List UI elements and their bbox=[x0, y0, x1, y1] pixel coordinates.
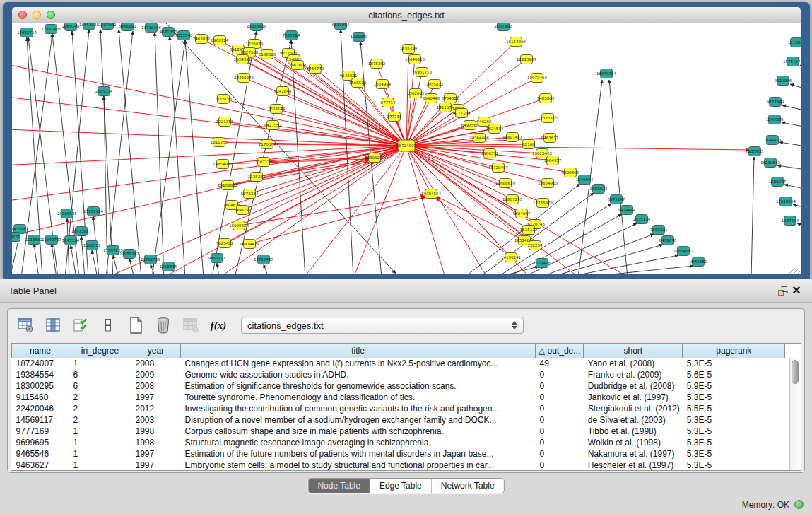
graph-node[interactable]: 9899695 bbox=[562, 168, 579, 177]
graph-node[interactable]: 10688639 bbox=[495, 179, 515, 188]
graph-node[interactable]: 2718126 bbox=[215, 95, 233, 104]
tab-edge-table[interactable]: Edge Table bbox=[370, 479, 431, 493]
graph-node[interactable]: 8960124 bbox=[211, 36, 229, 45]
graph-node[interactable]: 17957225 bbox=[103, 246, 123, 255]
graph-node[interactable]: 19168822 bbox=[218, 181, 237, 190]
graph-node[interactable]: 1135353 bbox=[248, 173, 266, 182]
table-vertical-scrollbar[interactable] bbox=[789, 358, 801, 470]
graph-node[interactable]: 19384554 bbox=[421, 189, 441, 199]
graph-node[interactable]: 14055714 bbox=[17, 28, 37, 37]
graph-node[interactable]: 16210643 bbox=[760, 158, 780, 168]
graph-node[interactable]: 7955812 bbox=[426, 80, 444, 89]
graph-node[interactable]: 1554924 bbox=[374, 80, 392, 89]
graph-node[interactable]: 977716 bbox=[387, 112, 402, 122]
graph-node[interactable]: 2803144 bbox=[268, 105, 286, 114]
graph-node[interactable]: 7986372 bbox=[481, 149, 499, 158]
table-row[interactable]: 1938455462009Genome-wide association stu… bbox=[12, 369, 785, 380]
table-row[interactable]: 969969511998Structural magnetic resonanc… bbox=[12, 437, 785, 448]
column-header-year[interactable]: year bbox=[131, 344, 181, 358]
graph-node[interactable]: 6879197 bbox=[608, 195, 625, 204]
graph-node[interactable]: 1589297 bbox=[769, 177, 787, 187]
tab-network-table[interactable]: Network Table bbox=[431, 479, 504, 493]
table-row[interactable]: 911546021997Tourette syndrome. Phenomeno… bbox=[12, 392, 785, 403]
graph-node[interactable]: 9245652 bbox=[690, 257, 707, 267]
float-window-button[interactable] bbox=[775, 284, 789, 298]
graph-node[interactable]: 7463822 bbox=[193, 35, 211, 44]
scrollbar-thumb[interactable] bbox=[792, 360, 799, 384]
column-header-title[interactable]: title bbox=[181, 344, 536, 358]
network-canvas[interactable]: 1405571432691406206914010653328152700264… bbox=[12, 23, 801, 274]
graph-node[interactable]: 2069140 bbox=[62, 23, 80, 31]
graph-node[interactable]: 10782759 bbox=[141, 255, 160, 264]
graph-node[interactable]: 1226038 bbox=[246, 40, 264, 49]
graph-node[interactable]: 8471876 bbox=[659, 236, 677, 245]
column-header-out_degree[interactable]: △ out_de... bbox=[536, 344, 584, 358]
graph-node[interactable]: 8427552 bbox=[264, 121, 282, 130]
graph-node[interactable]: 15720407 bbox=[488, 163, 508, 173]
table-row[interactable]: 1872400712008Changes of HCN gene express… bbox=[12, 358, 785, 369]
graph-node[interactable]: 1964957 bbox=[544, 156, 562, 165]
graph-node[interactable]: 15751074 bbox=[783, 57, 801, 66]
table-row[interactable]: 946362711997Embryonic stem cells: a mode… bbox=[12, 460, 785, 471]
delete-table-button[interactable] bbox=[154, 316, 172, 334]
graph-node[interactable]: 9129966 bbox=[775, 76, 792, 86]
graph-node[interactable]: 9474444 bbox=[618, 206, 636, 215]
table-row[interactable]: 977716911998Corpus callosum shape and si… bbox=[12, 426, 785, 437]
table-selector-dropdown[interactable]: citations_edges.txt bbox=[241, 317, 524, 334]
graph-node[interactable]: 6466160 bbox=[119, 23, 136, 31]
graph-node[interactable]: 16648784 bbox=[596, 69, 616, 78]
graph-node[interactable]: 10053809 bbox=[247, 23, 266, 31]
graph-node[interactable]: 10654102 bbox=[673, 247, 693, 256]
column-header-pagerank[interactable]: pagerank bbox=[683, 344, 785, 358]
function-builder-button[interactable]: f(x) bbox=[209, 316, 228, 334]
graph-node[interactable]: 10653328 bbox=[79, 23, 99, 30]
graph-node[interactable]: 4671358 bbox=[160, 28, 177, 37]
graph-node[interactable]: 1527002 bbox=[99, 23, 117, 30]
graph-node[interactable]: 9463627 bbox=[541, 134, 559, 143]
graph-node[interactable]: 1624514 bbox=[486, 124, 504, 134]
table-row[interactable]: 1456911722003Disruption of a novel membe… bbox=[12, 414, 785, 426]
graph-node[interactable]: 1145194 bbox=[62, 236, 80, 245]
graph-node[interactable]: 1921850 bbox=[351, 33, 368, 42]
graph-node[interactable]: 6734022 bbox=[442, 94, 459, 103]
graph-node[interactable]: 1362615 bbox=[407, 89, 425, 98]
graph-node[interactable]: 19654923 bbox=[538, 179, 558, 188]
graph-node[interactable]: 1535419 bbox=[400, 45, 418, 54]
graph-node[interactable]: 2805334 bbox=[95, 87, 113, 96]
graph-node[interactable]: 1654392 bbox=[234, 55, 252, 64]
graph-node[interactable]: 12375115 bbox=[538, 114, 558, 123]
graph-node[interactable]: 15716485 bbox=[254, 255, 273, 264]
graph-node[interactable]: 32691406 bbox=[41, 25, 61, 34]
graph-node[interactable]: 17159924 bbox=[83, 207, 103, 216]
graph-node[interactable]: 1221356 bbox=[216, 117, 234, 127]
graph-node[interactable]: 62160 bbox=[522, 140, 535, 149]
graph-node[interactable]: 252254 bbox=[528, 241, 543, 250]
column-header-short[interactable]: short bbox=[584, 344, 683, 358]
graph-node[interactable]: 1421072 bbox=[437, 103, 454, 112]
import-table-button[interactable] bbox=[182, 316, 200, 334]
column-header-name[interactable]: name bbox=[12, 344, 69, 358]
graph-node[interactable]: 1733426 bbox=[534, 259, 551, 268]
graph-node[interactable]: 7632621 bbox=[650, 226, 668, 235]
graph-node[interactable]: 2935114 bbox=[633, 215, 651, 224]
graph-node[interactable]: 17016504 bbox=[776, 197, 796, 206]
table-row[interactable]: 946554611997Estimation of the future num… bbox=[12, 448, 785, 460]
table-row[interactable]: 1830029562008Estimation of significance … bbox=[12, 380, 785, 392]
tab-node-table[interactable]: Node Table bbox=[308, 479, 370, 493]
graph-node[interactable]: 9242848 bbox=[274, 87, 292, 96]
graph-node[interactable]: 20206535 bbox=[57, 209, 77, 218]
graph-node[interactable]: 1209588 bbox=[766, 115, 784, 124]
graph-node[interactable]: 10719196 bbox=[141, 23, 161, 33]
window-titlebar[interactable]: citations_edges.txt bbox=[12, 7, 801, 23]
table-row[interactable]: 2242004622012Investigating the contribut… bbox=[12, 403, 785, 414]
close-button[interactable] bbox=[18, 11, 27, 19]
graph-node[interactable]: 16961758 bbox=[412, 68, 432, 77]
graph-node[interactable]: 14136141 bbox=[501, 253, 521, 262]
graph-node[interactable]: 1498222 bbox=[234, 206, 252, 215]
graph-node[interactable]: 2087682 bbox=[495, 23, 512, 31]
table-options-button[interactable] bbox=[16, 316, 35, 334]
graph-hub-node[interactable]: 18724007 bbox=[396, 140, 416, 151]
graph-node[interactable]: 8186328 bbox=[259, 50, 276, 59]
graph-node[interactable]: 8454749 bbox=[307, 64, 324, 74]
show-columns-button[interactable] bbox=[44, 316, 62, 334]
